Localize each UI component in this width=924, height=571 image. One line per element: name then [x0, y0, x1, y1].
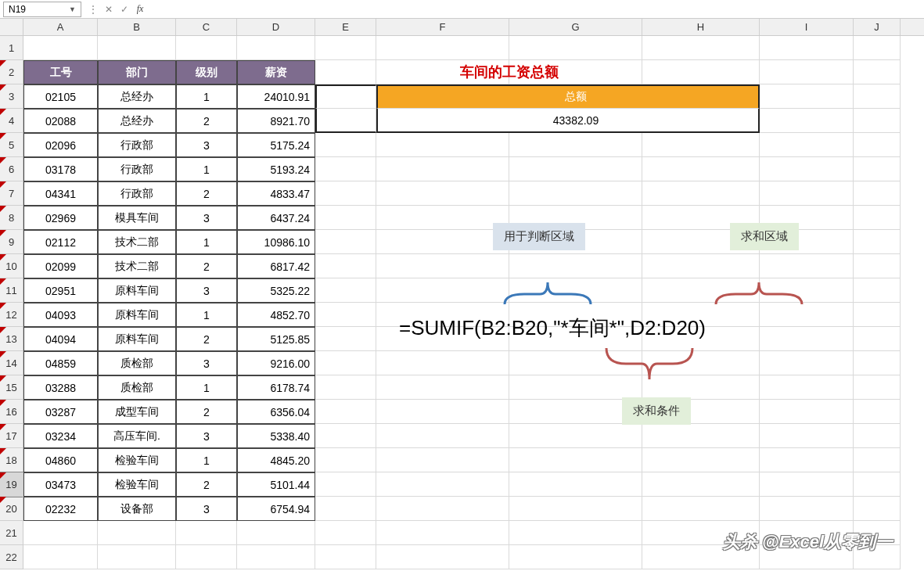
cell-B7[interactable]: 行政部 — [98, 181, 176, 206]
cell-I3[interactable] — [760, 84, 854, 109]
cell-J2[interactable] — [854, 60, 901, 84]
name-box[interactable]: N19 ▼ — [3, 2, 81, 17]
column-header-D[interactable]: D — [237, 19, 315, 35]
row-header-19[interactable]: 19 — [0, 472, 23, 497]
cell-B4[interactable]: 总经办 — [98, 109, 176, 133]
cell-C7[interactable]: 2 — [176, 181, 237, 206]
cell-A8[interactable]: 02969 — [23, 206, 98, 230]
cell-A14[interactable]: 04859 — [23, 351, 98, 375]
cell-B14[interactable]: 质检部 — [98, 351, 176, 375]
cell-A21[interactable] — [23, 521, 98, 545]
cell-E6[interactable] — [315, 157, 376, 181]
cell-I15[interactable] — [760, 375, 854, 400]
cell-I13[interactable] — [760, 327, 854, 351]
cell-J14[interactable] — [854, 351, 901, 375]
cell-H7[interactable] — [642, 181, 760, 206]
cell-F10[interactable] — [376, 254, 509, 278]
cell-I7[interactable] — [760, 181, 854, 206]
cell-B6[interactable]: 行政部 — [98, 157, 176, 181]
cell-E14[interactable] — [315, 351, 376, 375]
cell-A16[interactable]: 03287 — [23, 400, 98, 424]
cell-C13[interactable]: 2 — [176, 327, 237, 351]
cell-D1[interactable] — [237, 36, 315, 60]
cell-G5[interactable] — [509, 133, 642, 157]
cell-C5[interactable]: 3 — [176, 133, 237, 157]
cell-D8[interactable]: 6437.24 — [237, 206, 315, 230]
cell-B9[interactable]: 技术二部 — [98, 230, 176, 254]
cell-F2[interactable]: 车间的工资总额 — [376, 60, 509, 84]
cell-D12[interactable]: 4852.70 — [237, 303, 315, 327]
cell-C15[interactable]: 1 — [176, 375, 237, 400]
cell-J1[interactable] — [854, 36, 901, 60]
cell-E1[interactable] — [315, 36, 376, 60]
column-header-G[interactable]: G — [509, 19, 642, 35]
cell-D4[interactable]: 8921.70 — [237, 109, 315, 133]
cell-F20[interactable] — [376, 497, 509, 521]
cell-J6[interactable] — [854, 157, 901, 181]
cell-I4[interactable] — [760, 109, 854, 133]
cell-A7[interactable]: 04341 — [23, 181, 98, 206]
cell-E20[interactable] — [315, 497, 376, 521]
cell-A9[interactable]: 02112 — [23, 230, 98, 254]
cell-G22[interactable] — [509, 545, 642, 569]
row-header-13[interactable]: 13 — [0, 327, 23, 351]
row-header-8[interactable]: 8 — [0, 206, 23, 230]
cell-F18[interactable] — [376, 448, 509, 472]
cell-J12[interactable] — [854, 303, 901, 327]
cell-J13[interactable] — [854, 327, 901, 351]
cell-F4[interactable] — [376, 109, 509, 133]
cell-H18[interactable] — [642, 448, 760, 472]
cell-F16[interactable] — [376, 400, 509, 424]
cell-I19[interactable] — [760, 472, 854, 497]
cell-H4[interactable] — [642, 109, 760, 133]
formula-input[interactable] — [152, 2, 924, 17]
cell-C10[interactable]: 2 — [176, 254, 237, 278]
row-header-17[interactable]: 17 — [0, 424, 23, 448]
cell-B10[interactable]: 技术二部 — [98, 254, 176, 278]
cell-J7[interactable] — [854, 181, 901, 206]
cell-D10[interactable]: 6817.42 — [237, 254, 315, 278]
cell-E7[interactable] — [315, 181, 376, 206]
cell-G21[interactable] — [509, 521, 642, 545]
cell-B21[interactable] — [98, 521, 176, 545]
cell-D15[interactable]: 6178.74 — [237, 375, 315, 400]
cell-C1[interactable] — [176, 36, 237, 60]
cell-J11[interactable] — [854, 278, 901, 303]
cell-I5[interactable] — [760, 133, 854, 157]
cancel-icon[interactable]: ✕ — [103, 4, 114, 15]
row-header-22[interactable]: 22 — [0, 545, 23, 569]
cell-F3[interactable] — [376, 84, 509, 109]
cell-H2[interactable] — [642, 60, 760, 84]
cell-I20[interactable] — [760, 497, 854, 521]
cell-E22[interactable] — [315, 545, 376, 569]
cell-D13[interactable]: 5125.85 — [237, 327, 315, 351]
cell-I17[interactable] — [760, 424, 854, 448]
cell-H17[interactable] — [642, 424, 760, 448]
row-header-16[interactable]: 16 — [0, 400, 23, 424]
cell-D20[interactable]: 6754.94 — [237, 497, 315, 521]
cell-G6[interactable] — [509, 157, 642, 181]
cell-D22[interactable] — [237, 545, 315, 569]
cell-C16[interactable]: 2 — [176, 400, 237, 424]
cell-A20[interactable]: 02232 — [23, 497, 98, 521]
row-header-15[interactable]: 15 — [0, 375, 23, 400]
cell-J3[interactable] — [854, 84, 901, 109]
cell-H10[interactable] — [642, 254, 760, 278]
cell-J8[interactable] — [854, 206, 901, 230]
cell-J15[interactable] — [854, 375, 901, 400]
cell-I6[interactable] — [760, 157, 854, 181]
cell-H5[interactable] — [642, 133, 760, 157]
cell-B3[interactable]: 总经办 — [98, 84, 176, 109]
row-header-2[interactable]: 2 — [0, 60, 23, 84]
cell-A1[interactable] — [23, 36, 98, 60]
cell-A12[interactable]: 04093 — [23, 303, 98, 327]
cell-F8[interactable] — [376, 206, 509, 230]
row-header-1[interactable]: 1 — [0, 36, 23, 60]
row-header-18[interactable]: 18 — [0, 448, 23, 472]
cell-B17[interactable]: 高压车间. — [98, 424, 176, 448]
cell-J18[interactable] — [854, 448, 901, 472]
column-header-E[interactable]: E — [315, 19, 376, 35]
cell-B19[interactable]: 检验车间 — [98, 472, 176, 497]
cell-B16[interactable]: 成型车间 — [98, 400, 176, 424]
cell-F1[interactable] — [376, 36, 509, 60]
